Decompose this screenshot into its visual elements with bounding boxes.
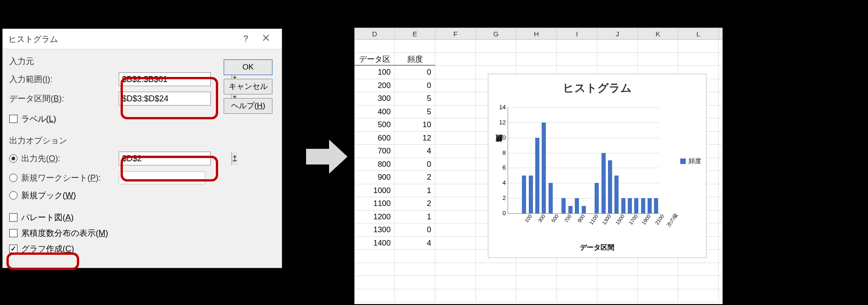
cell[interactable] [435,132,476,145]
cell[interactable] [435,158,476,171]
cell[interactable] [435,197,476,210]
col-header[interactable]: H [516,28,557,39]
cell[interactable] [435,118,476,131]
cell[interactable] [557,263,597,276]
cell[interactable] [516,276,557,289]
cell[interactable] [435,250,476,263]
cell[interactable] [395,289,435,302]
cell[interactable]: 5 [395,92,435,105]
cell[interactable] [395,276,435,289]
output-dest-field[interactable] [119,152,211,165]
new-worksheet-input[interactable] [119,171,205,184]
cell[interactable] [354,276,395,289]
col-header[interactable]: E [395,28,435,39]
cell[interactable] [476,276,516,289]
cancel-button[interactable]: キャンセル [224,79,272,94]
help-icon[interactable]: ? [236,34,256,44]
cell[interactable]: 1400 [354,237,395,250]
cell[interactable] [678,289,719,302]
cell[interactable]: 0 [395,66,435,79]
cell[interactable]: 1000 [354,184,395,197]
range-select-icon[interactable] [231,152,237,165]
data-interval-field[interactable] [119,92,211,106]
cell[interactable]: 500 [354,118,395,131]
cell[interactable]: 700 [354,145,395,158]
cell-header[interactable]: データ区間 [354,53,395,66]
cell[interactable]: 10 [395,118,435,131]
output-dest-radio[interactable] [9,154,17,163]
cell[interactable] [678,263,719,276]
cell[interactable] [395,40,435,53]
histogram-chart[interactable]: ヒストグラム 頻度 024681012141003005007009001100… [488,74,706,258]
cell[interactable]: 4 [395,145,435,158]
cumulative-checkbox[interactable] [9,229,17,237]
input-range-input[interactable] [119,74,231,85]
cell[interactable] [638,289,678,302]
cell[interactable] [557,289,597,302]
cell[interactable] [476,289,516,302]
cell[interactable]: 400 [354,106,395,118]
cell[interactable] [638,263,678,276]
cell[interactable] [597,289,638,302]
cell[interactable] [435,53,476,66]
cell-header[interactable]: 頻度 [395,53,435,66]
cell[interactable]: 5 [395,106,435,118]
cell[interactable] [354,263,395,276]
cell[interactable] [516,53,557,66]
cell[interactable] [435,223,476,236]
cell[interactable] [516,263,557,276]
cell[interactable] [516,289,557,302]
cell[interactable] [557,40,597,53]
ok-button[interactable]: OK [224,59,272,75]
cell[interactable] [638,53,678,66]
cell[interactable] [435,145,476,158]
input-range-field[interactable] [119,72,211,86]
cell[interactable] [435,237,476,250]
cell[interactable] [678,276,719,289]
cell[interactable] [435,276,476,289]
cell[interactable]: 200 [354,79,395,92]
cell[interactable]: 1300 [354,223,395,236]
cell[interactable] [435,79,476,92]
cell[interactable] [678,53,719,66]
cell[interactable] [435,289,476,302]
new-workbook-radio[interactable] [9,191,17,199]
cell[interactable] [435,66,476,79]
cell[interactable]: 800 [354,158,395,171]
cell[interactable]: 1 [395,211,435,223]
cell[interactable] [395,263,435,276]
cell[interactable]: 600 [354,132,395,145]
cell[interactable] [354,250,395,263]
cell[interactable] [435,40,476,53]
cell[interactable] [597,263,638,276]
col-header[interactable]: I [557,28,597,39]
col-header[interactable]: J [597,28,638,39]
pareto-checkbox[interactable] [9,213,17,222]
cell[interactable]: 2 [395,171,435,184]
cell[interactable] [476,263,516,276]
cell[interactable]: 900 [354,171,395,184]
cell[interactable] [516,40,557,53]
cell[interactable] [597,276,638,289]
cell[interactable] [354,40,395,53]
cell[interactable] [557,53,597,66]
data-interval-input[interactable] [119,93,231,105]
cell[interactable] [435,106,476,118]
cell[interactable] [476,53,516,66]
cell[interactable] [678,40,719,53]
cell[interactable]: 100 [354,66,395,79]
cell[interactable]: 0 [395,79,435,92]
cell[interactable] [638,40,678,53]
create-chart-checkbox[interactable] [9,245,17,253]
cell[interactable] [435,92,476,105]
cell[interactable] [395,250,435,263]
help-button[interactable]: ヘルプ(H) [224,98,272,114]
col-header[interactable]: D [354,28,395,39]
col-header[interactable]: K [638,28,678,39]
col-header[interactable]: F [435,28,476,39]
cell[interactable] [435,171,476,184]
cell[interactable] [354,289,395,302]
cell[interactable] [638,276,678,289]
col-header[interactable]: G [476,28,516,39]
cell[interactable] [476,40,516,53]
